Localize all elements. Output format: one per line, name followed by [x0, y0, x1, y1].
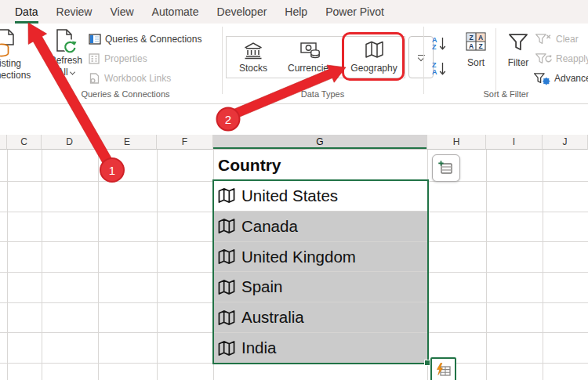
tab-automate[interactable]: Automate — [152, 0, 199, 24]
excel-window: Data Review View Automate Developer Help… — [0, 0, 588, 380]
currencies-icon — [299, 40, 321, 60]
tab-review[interactable]: Review — [56, 0, 93, 24]
cell-value: Spain — [241, 277, 282, 296]
map-icon — [217, 248, 236, 265]
gridline-v — [7, 150, 8, 380]
advanced-filter-icon — [533, 72, 550, 85]
cell-country-header[interactable]: Country — [214, 150, 426, 180]
reapply-filter-icon — [535, 52, 552, 65]
map-icon — [217, 279, 236, 295]
column-header-e[interactable]: E — [98, 135, 157, 150]
cell-value: United Kingdom — [241, 248, 356, 266]
cell-row[interactable]: India — [214, 332, 427, 363]
data-types-group-label: Data Types — [222, 89, 423, 99]
tab-help[interactable]: Help — [285, 0, 307, 24]
advanced-filter-button[interactable]: Advanced — [533, 70, 588, 87]
map-icon — [217, 309, 236, 326]
column-header-j[interactable]: J — [543, 135, 588, 150]
map-icon — [217, 218, 236, 234]
sort-icon: Z A A Z — [464, 31, 488, 52]
properties-button: Properties — [89, 50, 147, 67]
chevron-down-icon — [70, 70, 75, 75]
refresh-icon — [53, 28, 78, 55]
filter-button[interactable]: Filter — [500, 30, 536, 89]
cell-value: Australia — [241, 308, 304, 327]
svg-text:Z: Z — [478, 42, 482, 50]
clear-filter-button: Clear — [535, 31, 579, 48]
sort-descending-icon: Z A — [432, 62, 437, 76]
arrow-down-icon — [439, 61, 446, 77]
group-separator — [495, 28, 496, 94]
stocks-icon — [242, 40, 264, 60]
group-separator — [423, 27, 424, 94]
tab-data[interactable]: Data — [15, 0, 38, 24]
stocks-button[interactable]: Stocks — [228, 37, 278, 78]
selected-range[interactable]: United States Canada United Kingdom Spai… — [212, 179, 429, 364]
currencies-button[interactable]: Currencies — [281, 37, 339, 78]
gridline-v — [42, 150, 42, 380]
svg-text:Z: Z — [469, 34, 473, 42]
sort-ascending-button[interactable]: A Z — [429, 33, 456, 55]
gridline-v — [486, 150, 487, 380]
sort-ascending-icon: A Z — [432, 37, 437, 51]
add-column-icon — [437, 160, 455, 176]
column-header-d[interactable]: D — [42, 135, 98, 150]
map-icon — [217, 340, 236, 356]
cell-row[interactable]: Spain — [214, 271, 427, 302]
tab-view[interactable]: View — [110, 0, 133, 24]
ribbon: Existing Connections Refresh All Queries… — [0, 24, 588, 104]
cell-value: India — [241, 338, 276, 357]
svg-text:A: A — [478, 34, 483, 42]
workbook-links-icon — [89, 73, 100, 84]
refresh-all-button[interactable]: Refresh All — [44, 28, 88, 97]
column-header-f[interactable]: F — [157, 135, 213, 150]
column-header-h[interactable]: H — [427, 135, 486, 150]
reapply-filter-button: Reapply — [535, 50, 588, 67]
column-header-i[interactable]: I — [486, 135, 543, 150]
workbook-links-button: Workbook Links — [89, 70, 171, 87]
column-header-g[interactable]: G — [213, 135, 427, 150]
properties-icon — [89, 53, 100, 64]
cell-value: United States — [241, 186, 338, 205]
cell-row[interactable]: United States — [214, 181, 427, 211]
filter-icon — [507, 31, 529, 53]
queries-connections-button[interactable]: Queries & Connections — [89, 31, 201, 48]
group-separator — [222, 27, 223, 94]
sort-filter-group-label: Sort & Filter — [437, 89, 575, 99]
formula-bar-strip — [0, 104, 588, 135]
existing-connections-icon — [0, 28, 18, 58]
queries-connections-icon — [89, 34, 101, 45]
gridline-v — [98, 150, 99, 380]
fill-handle[interactable] — [424, 360, 430, 366]
sort-descending-button[interactable]: Z A — [429, 58, 456, 80]
quick-analysis-icon — [435, 363, 452, 378]
tab-developer[interactable]: Developer — [217, 0, 267, 24]
clear-filter-icon — [535, 33, 552, 45]
column-header-c[interactable]: C — [7, 135, 42, 150]
svg-text:A: A — [469, 42, 474, 50]
cell-row[interactable]: United Kingdom — [214, 241, 427, 272]
map-icon — [217, 187, 236, 204]
gridline-v — [157, 150, 158, 380]
cell-row[interactable]: Australia — [214, 302, 427, 332]
annotation-highlight-geography — [342, 32, 405, 81]
queries-group-label: Queries & Connections — [31, 89, 220, 99]
sort-button[interactable]: Z A A Z Sort — [459, 30, 492, 89]
quick-analysis-button[interactable] — [430, 357, 456, 380]
ribbon-tab-bar: Data Review View Automate Developer Help… — [0, 0, 588, 24]
cell-value: Canada — [241, 217, 298, 236]
add-column-button[interactable] — [432, 154, 460, 182]
tab-power-pivot[interactable]: Power Pivot — [325, 0, 384, 24]
arrow-down-icon — [439, 36, 446, 52]
column-header-b-sliver[interactable] — [0, 135, 7, 150]
cell-row[interactable]: Canada — [214, 211, 427, 241]
column-headers: C D E F G H I J — [0, 135, 588, 150]
gridline-v — [543, 150, 543, 380]
refresh-all-label: All — [57, 67, 67, 78]
